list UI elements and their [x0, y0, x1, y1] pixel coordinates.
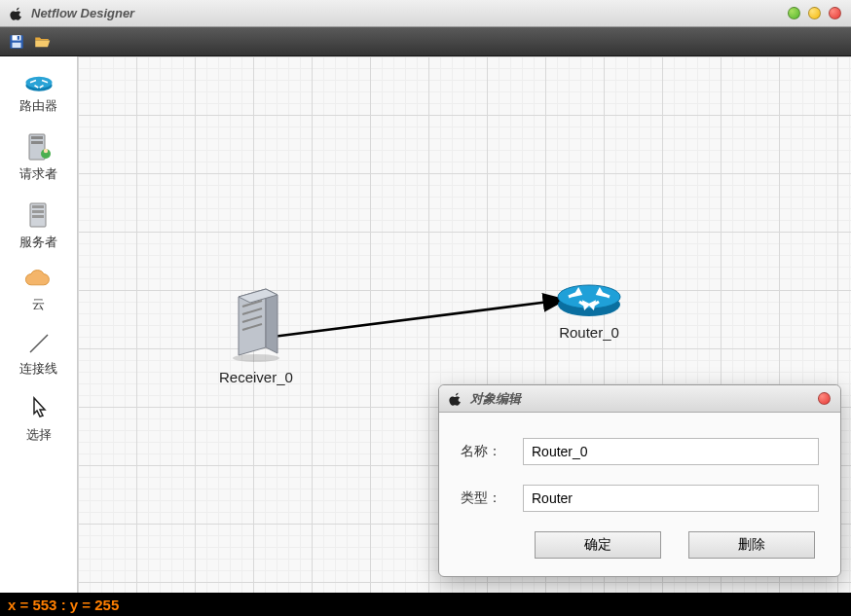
svg-point-10: [43, 149, 47, 153]
palette-select[interactable]: 选择: [26, 395, 52, 444]
edge-receiver0-router0[interactable]: [263, 290, 584, 348]
ok-button[interactable]: 确定: [535, 531, 661, 559]
delete-button[interactable]: 删除: [688, 531, 815, 559]
svg-line-17: [273, 300, 565, 337]
palette-cloud-label: 云: [32, 296, 45, 313]
tool-palette: 路由器 请求者 服务者: [0, 56, 78, 593]
app-window: Netflow Designer: [0, 0, 851, 616]
svg-marker-19: [266, 289, 278, 353]
cursor-coordinates: x = 553 : y = 255: [8, 597, 119, 613]
palette-server-label: 服务者: [19, 234, 57, 251]
select-icon: [26, 395, 52, 422]
titlebar[interactable]: Netflow Designer: [0, 0, 851, 27]
cloud-icon: [23, 269, 55, 292]
apple-icon: [10, 7, 23, 20]
svg-rect-14: [32, 215, 44, 218]
node-label: Router_0: [559, 324, 619, 341]
app-title: Netflow Designer: [31, 6, 134, 20]
palette-select-label: 选择: [26, 426, 52, 444]
dialog-close-button[interactable]: [818, 392, 831, 405]
minimize-button[interactable]: [808, 7, 821, 19]
server-tower-icon: [227, 285, 285, 363]
svg-rect-7: [31, 136, 43, 139]
svg-rect-8: [31, 141, 43, 144]
svg-rect-1: [13, 35, 21, 40]
open-icon[interactable]: [33, 33, 51, 51]
name-input[interactable]: [523, 438, 819, 465]
palette-requester[interactable]: 请求者: [19, 132, 57, 183]
close-button[interactable]: [829, 7, 841, 19]
palette-server[interactable]: 服务者: [19, 200, 57, 251]
maximize-button[interactable]: [788, 7, 800, 19]
router-large-icon: [555, 275, 623, 318]
svg-line-15: [30, 335, 48, 352]
palette-router[interactable]: 路由器: [19, 70, 57, 115]
apple-icon: [449, 392, 462, 406]
dialog-name-row: 名称：: [461, 438, 819, 465]
type-input[interactable]: [523, 485, 819, 512]
svg-rect-2: [18, 36, 19, 40]
line-icon: [26, 331, 52, 356]
router-icon: [24, 70, 54, 93]
dialog-button-row: 确定 删除: [461, 531, 819, 559]
toolbar: [0, 27, 851, 56]
server-icon: [26, 200, 52, 230]
node-label: Receiver_0: [219, 369, 293, 385]
object-edit-dialog[interactable]: 对象编辑 名称： 类型： 确定 删除: [438, 384, 841, 577]
node-router-0[interactable]: Router_0: [555, 275, 623, 341]
palette-line[interactable]: 连接线: [19, 331, 57, 378]
node-receiver-0[interactable]: Receiver_0: [219, 285, 293, 385]
name-label: 名称：: [461, 443, 523, 460]
palette-router-label: 路由器: [19, 97, 57, 115]
status-bar: x = 553 : y = 255: [0, 593, 851, 616]
svg-point-25: [233, 354, 279, 362]
svg-rect-13: [32, 210, 44, 213]
window-controls: [788, 7, 841, 19]
save-icon[interactable]: [8, 33, 25, 51]
palette-requester-label: 请求者: [19, 165, 57, 183]
dialog-body: 名称： 类型： 确定 删除: [439, 413, 840, 576]
dialog-title: 对象编辑: [470, 390, 521, 408]
svg-rect-3: [13, 42, 21, 47]
svg-rect-12: [32, 205, 44, 208]
palette-line-label: 连接线: [19, 360, 57, 378]
svg-point-5: [25, 77, 52, 89]
type-label: 类型：: [461, 489, 523, 507]
palette-cloud[interactable]: 云: [23, 269, 55, 313]
dialog-titlebar[interactable]: 对象编辑: [439, 385, 840, 413]
dialog-type-row: 类型：: [461, 485, 819, 512]
requester-icon: [26, 132, 52, 162]
